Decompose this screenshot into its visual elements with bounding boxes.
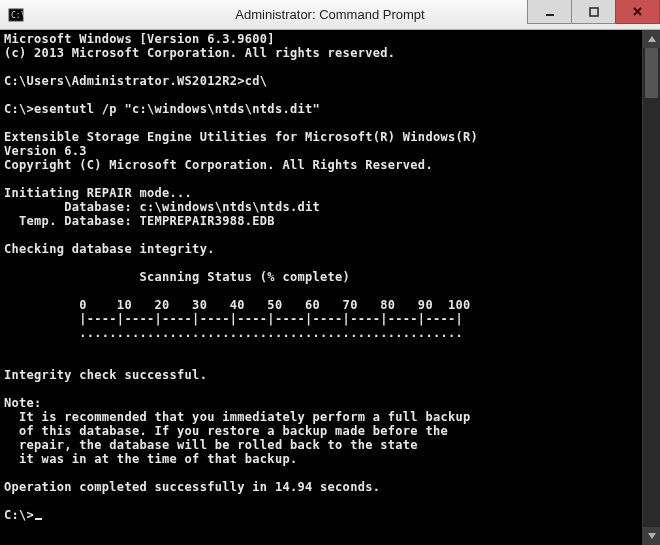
- window-controls: [528, 0, 660, 29]
- line: of this database. If you restore a backu…: [4, 424, 448, 438]
- scrollbar-thumb[interactable]: [645, 48, 658, 98]
- line: Operation completed successfully in 14.9…: [4, 480, 380, 494]
- vertical-scrollbar[interactable]: [642, 30, 660, 545]
- line: ........................................…: [4, 326, 463, 340]
- cmd-icon: C:\: [8, 7, 24, 23]
- line: Extensible Storage Engine Utilities for …: [4, 130, 478, 144]
- scroll-up-button[interactable]: [643, 30, 660, 48]
- line: Microsoft Windows [Version 6.3.9600]: [4, 32, 275, 46]
- line: 0 10 20 30 40 50 60 70 80 90 100: [4, 298, 471, 312]
- prompt-line: C:\Users\Administrator.WS2012R2>cd\: [4, 74, 267, 88]
- line: |----|----|----|----|----|----|----|----…: [4, 312, 463, 326]
- svg-rect-3: [590, 8, 598, 16]
- line: Version 6.3: [4, 144, 87, 158]
- scroll-down-button[interactable]: [643, 527, 660, 545]
- cursor: [35, 518, 42, 520]
- line: It is recommended that you immediately p…: [4, 410, 471, 424]
- line: Scanning Status (% complete): [4, 270, 350, 284]
- line: Copyright (C) Microsoft Corporation. All…: [4, 158, 433, 172]
- line: Temp. Database: TEMPREPAIR3988.EDB: [4, 214, 275, 228]
- prompt-line: C:\>: [4, 508, 34, 522]
- line: Checking database integrity.: [4, 242, 215, 256]
- line: Note:: [4, 396, 42, 410]
- console-output[interactable]: Microsoft Windows [Version 6.3.9600] (c)…: [0, 30, 642, 545]
- line: Database: c:\windows\ntds\ntds.dit: [4, 200, 320, 214]
- scrollbar-track[interactable]: [643, 48, 660, 527]
- maximize-button[interactable]: [571, 0, 616, 24]
- console-area: Microsoft Windows [Version 6.3.9600] (c)…: [0, 30, 660, 545]
- prompt-line: C:\>esentutl /p "c:\windows\ntds\ntds.di…: [4, 102, 320, 116]
- line: Integrity check successful.: [4, 368, 207, 382]
- line: Initiating REPAIR mode...: [4, 186, 192, 200]
- svg-marker-7: [648, 533, 656, 539]
- close-button[interactable]: [615, 0, 660, 24]
- svg-marker-6: [648, 36, 656, 42]
- line: it was in at the time of that backup.: [4, 452, 297, 466]
- svg-text:C:\: C:\: [11, 11, 24, 20]
- titlebar[interactable]: C:\ Administrator: Command Prompt: [0, 0, 660, 30]
- minimize-button[interactable]: [527, 0, 572, 24]
- line: (c) 2013 Microsoft Corporation. All righ…: [4, 46, 395, 60]
- line: repair, the database will be rolled back…: [4, 438, 418, 452]
